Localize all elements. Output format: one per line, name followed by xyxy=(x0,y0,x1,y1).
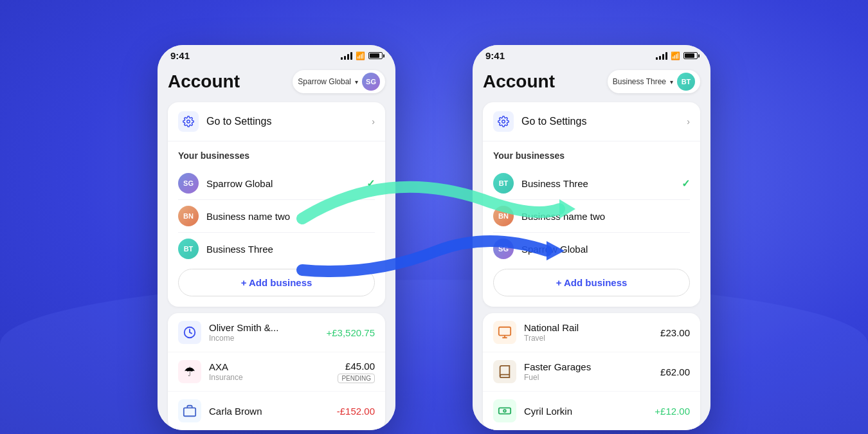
transaction-icon-1-0 xyxy=(178,321,201,344)
transaction-row-2-1[interactable]: Faster Garages Fuel £62.00 xyxy=(483,352,700,392)
battery-icon-2 xyxy=(683,52,698,59)
transaction-row-1-2[interactable]: Carla Brown -£152.00 xyxy=(168,392,385,430)
transaction-icon-1-1: ☂ xyxy=(178,360,201,383)
transaction-row-2-2[interactable]: Cyril Lorkin +£12.00 xyxy=(483,392,700,430)
check-icon-2-0: ✓ xyxy=(682,177,690,190)
status-bar-1: 9:41 📶 xyxy=(158,45,395,64)
business-row-1-1[interactable]: BN Business name two xyxy=(178,200,375,232)
business-row-1-2[interactable]: BT Business Three xyxy=(178,233,375,265)
transaction-details-1-0: Oliver Smith &... Income xyxy=(209,322,327,343)
transaction-name-2-0: National Rail xyxy=(524,322,660,333)
transaction-category-2-1: Fuel xyxy=(524,373,660,382)
chevron-down-icon-2: ▾ xyxy=(670,78,673,86)
transaction-category-2-0: Travel xyxy=(524,334,660,343)
business-name-1-2: Business Three xyxy=(206,244,375,255)
business-row-2-1[interactable]: BN Business name two xyxy=(493,200,690,232)
business-name-2-0: Business Three xyxy=(521,178,682,189)
business-name-2-2: Sparrow Global xyxy=(521,244,690,255)
wifi-icon-1: 📶 xyxy=(356,51,365,60)
transaction-amount-2-2: +£12.00 xyxy=(655,406,690,417)
settings-text-2: Go to Settings xyxy=(521,116,687,127)
transaction-category-1-1: Insurance xyxy=(209,373,338,382)
business-avatar-bt-2: BT xyxy=(493,173,514,194)
battery-icon-1 xyxy=(368,52,383,59)
businesses-title-1: Your businesses xyxy=(178,150,375,161)
transaction-icon-2-1 xyxy=(493,360,516,383)
transaction-details-2-2: Cyril Lorkin xyxy=(524,406,655,417)
account-title-2: Account xyxy=(483,71,555,92)
status-bar-2: 9:41 📶 xyxy=(473,45,710,64)
add-business-button-2[interactable]: + Add business xyxy=(493,269,690,296)
business-name-1-0: Sparrow Global xyxy=(206,178,366,189)
phones-wrapper: 9:41 📶 Account Sparrow Global xyxy=(0,0,868,434)
signal-icon-2 xyxy=(656,52,667,60)
transaction-amount-area-1-1: £45.00 PENDING xyxy=(338,361,375,383)
chevron-right-icon-1: › xyxy=(372,116,375,127)
transaction-icon-2-2 xyxy=(493,399,516,422)
businesses-section-2: Your businesses BT Business Three ✓ BN B… xyxy=(483,141,700,307)
transaction-amount-2-1: £62.00 xyxy=(660,366,690,377)
settings-row-2[interactable]: Go to Settings › xyxy=(483,102,700,141)
transaction-details-1-2: Carla Brown xyxy=(209,406,337,417)
status-time-2: 9:41 xyxy=(485,50,505,61)
switcher-avatar-1: SG xyxy=(362,73,380,91)
business-avatar-bn-1: BN xyxy=(178,206,199,226)
transaction-name-1-0: Oliver Smith &... xyxy=(209,322,327,333)
business-avatar-bn-2: BN xyxy=(493,206,514,226)
add-business-button-1[interactable]: + Add business xyxy=(178,269,375,296)
signal-icon-1 xyxy=(341,52,352,60)
transaction-amount-1-1: £45.00 xyxy=(338,361,375,372)
transaction-amount-1-2: -£152.00 xyxy=(337,406,375,417)
transaction-name-1-2: Carla Brown xyxy=(209,406,337,417)
switcher-label-1: Sparrow Global xyxy=(298,77,351,86)
settings-row-1[interactable]: Go to Settings › xyxy=(168,102,385,141)
business-avatar-sg-2: SG xyxy=(493,239,514,259)
phone-1: 9:41 📶 Account Sparrow Global xyxy=(158,45,395,430)
account-header-1: Account Sparrow Global ▾ SG xyxy=(168,70,385,93)
transaction-row-1-0[interactable]: Oliver Smith &... Income +£3,520.75 xyxy=(168,313,385,352)
status-time-1: 9:41 xyxy=(170,50,190,61)
transaction-category-1-0: Income xyxy=(209,334,327,343)
business-avatar-sg-1: SG xyxy=(178,173,199,194)
status-icons-1: 📶 xyxy=(341,51,383,60)
transaction-details-1-1: AXA Insurance xyxy=(209,361,338,382)
transaction-name-2-2: Cyril Lorkin xyxy=(524,406,655,417)
business-row-1-0[interactable]: SG Sparrow Global ✓ xyxy=(178,167,375,199)
svg-point-7 xyxy=(503,410,506,412)
business-row-2-2[interactable]: SG Sparrow Global xyxy=(493,233,690,265)
chevron-right-icon-2: › xyxy=(687,116,690,127)
switcher-avatar-2: BT xyxy=(677,73,695,91)
phone-2: 9:41 📶 Account Business Three xyxy=(473,45,710,430)
transaction-details-2-1: Faster Garages Fuel xyxy=(524,361,660,382)
account-header-2: Account Business Three ▾ BT xyxy=(483,70,700,93)
wifi-icon-2: 📶 xyxy=(671,51,680,60)
status-icons-2: 📶 xyxy=(656,51,698,60)
account-title-1: Account xyxy=(168,71,240,92)
transaction-amount-2-0: £23.00 xyxy=(660,327,690,338)
gear-icon-1 xyxy=(178,111,199,132)
pending-badge-1-1: PENDING xyxy=(338,374,375,383)
svg-rect-4 xyxy=(184,408,195,416)
phone-content-1: Account Sparrow Global ▾ SG xyxy=(158,64,395,430)
transaction-row-2-0[interactable]: National Rail Travel £23.00 xyxy=(483,313,700,352)
gear-icon-2 xyxy=(493,111,514,132)
settings-card-2: Go to Settings › Your businesses BT Busi… xyxy=(483,102,700,307)
phone-content-2: Account Business Three ▾ BT xyxy=(473,64,710,430)
transactions-card-1: Oliver Smith &... Income +£3,520.75 ☂ AX… xyxy=(168,313,385,430)
transaction-row-1-1[interactable]: ☂ AXA Insurance £45.00 PENDING xyxy=(168,352,385,392)
business-row-2-0[interactable]: BT Business Three ✓ xyxy=(493,167,690,199)
chevron-down-icon-1: ▾ xyxy=(355,78,358,86)
businesses-section-1: Your businesses SG Sparrow Global ✓ BN B… xyxy=(168,141,385,307)
transaction-name-1-1: AXA xyxy=(209,361,338,372)
switcher-label-2: Business Three xyxy=(613,77,666,86)
settings-card-1: Go to Settings › Your businesses SG Spar… xyxy=(168,102,385,307)
transaction-details-2-0: National Rail Travel xyxy=(524,322,660,343)
business-name-1-1: Business name two xyxy=(206,211,375,222)
svg-rect-6 xyxy=(499,327,511,336)
transaction-icon-1-2 xyxy=(178,399,201,422)
check-icon-1-0: ✓ xyxy=(366,177,375,190)
svg-point-5 xyxy=(502,120,505,123)
account-switcher-2[interactable]: Business Three ▾ BT xyxy=(608,70,700,93)
transaction-name-2-1: Faster Garages xyxy=(524,361,660,372)
account-switcher-1[interactable]: Sparrow Global ▾ SG xyxy=(293,70,385,93)
